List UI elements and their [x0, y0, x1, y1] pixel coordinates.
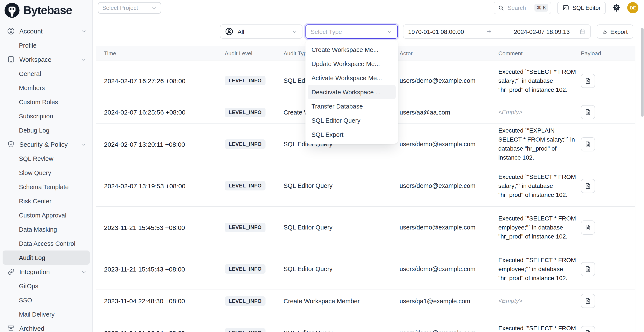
cell-audit-type: SQL Editor Query — [284, 266, 400, 272]
sidebar-item-profile[interactable]: Profile — [0, 38, 92, 52]
menu-item-deactivate-workspace-member[interactable]: Deactivate Workspace ... — [308, 85, 396, 99]
project-select-placeholder: Select Project — [102, 5, 151, 11]
audit-level-badge: LEVEL_INFO — [225, 223, 266, 232]
file-search-icon — [584, 297, 592, 305]
vertical-scrollbar — [641, 0, 644, 332]
search-placeholder: Search — [508, 4, 532, 11]
cell-time: 2024-02-07 13:20:11 +08:00 — [96, 141, 225, 148]
sidebar-item-schema-template[interactable]: Schema Template — [0, 180, 92, 194]
payload-view-button[interactable] — [581, 262, 595, 276]
payload-view-button[interactable] — [581, 220, 595, 234]
search-input[interactable]: Search ⌘ K — [494, 1, 552, 14]
sidebar-item-custom-roles[interactable]: Custom Roles — [0, 95, 92, 109]
sidebar-item-data-access-control[interactable]: Data Access Control — [0, 236, 92, 251]
menu-item-sql-editor-query[interactable]: SQL Editor Query — [306, 113, 398, 127]
avatar[interactable]: DE — [627, 2, 638, 13]
avatar-initials: DE — [630, 5, 636, 10]
sidebar-item-gitops[interactable]: GitOps — [0, 279, 92, 293]
sidebar-item-members[interactable]: Members — [0, 81, 92, 95]
audit-level-badge: LEVEL_INFO — [225, 264, 266, 274]
arrow-right-icon — [486, 28, 492, 35]
menu-item-update-workspace-member[interactable]: Update Workspace Me... — [306, 57, 398, 71]
export-button[interactable]: Export — [597, 24, 633, 39]
file-search-icon — [584, 329, 592, 332]
sidebar-item-general[interactable]: General — [0, 66, 92, 81]
bytebase-logo[interactable]: Bytebase — [4, 2, 72, 18]
table-row: 2023-11-21 15:45:53 +08:00 LEVEL_INFO SQ… — [96, 207, 635, 248]
sidebar-item-custom-approval[interactable]: Custom Approval — [0, 208, 92, 222]
audit-level-badge: LEVEL_INFO — [225, 76, 266, 85]
terminal-icon — [562, 4, 570, 11]
payload-view-button[interactable] — [581, 105, 595, 119]
brand-name: Bytebase — [23, 4, 72, 17]
cell-actor: users/demo@example.com — [400, 77, 498, 84]
col-header-time: Time — [96, 50, 225, 56]
archive-icon — [7, 324, 15, 332]
sidebar-group-integration[interactable]: Integration — [0, 265, 92, 279]
sidebar-nav: Account Profile Workspace General Member… — [0, 24, 92, 332]
sidebar-item-slow-query[interactable]: Slow Query — [0, 166, 92, 180]
col-header-actor: Actor — [400, 50, 498, 56]
sidebar-item-risk-center[interactable]: Risk Center — [0, 194, 92, 208]
cell-comment: Executed `"SELECT * FROM employee;"` in … — [498, 255, 581, 283]
settings-gear-icon[interactable] — [612, 3, 621, 12]
file-search-icon — [584, 224, 592, 231]
link-icon — [7, 268, 15, 276]
table-row: 2023-11-04 21:26:24 +08:00 LEVEL_INFO SQ… — [96, 312, 635, 332]
menu-item-transfer-database[interactable]: Transfer Database — [306, 99, 398, 113]
cell-comment: Executed `"SELECT * FROM salary;"` in da… — [498, 67, 581, 94]
user-circle-icon — [225, 27, 234, 36]
file-search-icon — [584, 182, 592, 189]
payload-view-button[interactable] — [581, 294, 595, 308]
chevron-down-icon — [151, 5, 157, 11]
sidebar-item-audit-log[interactable]: Audit Log — [2, 251, 90, 265]
sidebar-item-subscription[interactable]: Subscription — [0, 109, 92, 123]
cell-time: 2024-02-07 16:27:26 +08:00 — [96, 77, 225, 84]
payload-view-button[interactable] — [581, 137, 595, 151]
sidebar-item-sql-review[interactable]: SQL Review — [0, 152, 92, 166]
audit-level-badge: LEVEL_INFO — [225, 107, 266, 117]
cell-audit-type: Create Workspace Member — [284, 298, 400, 304]
col-header-comment: Comment — [498, 50, 581, 56]
sql-editor-button[interactable]: SQL Editor — [558, 1, 606, 14]
actor-filter-value: All — [238, 28, 288, 35]
type-filter-select[interactable]: Select Type — [306, 24, 398, 39]
payload-view-button[interactable] — [581, 326, 595, 332]
cell-comment: Executed `"EXPLAIN SELECT * FROM salary;… — [498, 126, 581, 162]
table-row: 2023-11-04 22:48:30 +08:00 LEVEL_INFO Cr… — [96, 290, 635, 312]
search-shortcut-badge: ⌘ K — [534, 4, 548, 11]
menu-item-activate-workspace-member[interactable]: Activate Workspace Me... — [306, 71, 398, 85]
bytebase-app: Bytebase Account Profile Workspace — [0, 0, 644, 332]
sidebar: Bytebase Account Profile Workspace — [0, 0, 93, 332]
audit-level-badge: LEVEL_INFO — [225, 328, 266, 332]
date-range-picker[interactable]: 1970-01-01 08:00:00 2024-02-07 18:09:13 — [403, 24, 591, 39]
sidebar-group-security-policy[interactable]: Security & Policy — [0, 137, 92, 152]
sidebar-item-debug-log[interactable]: Debug Log — [0, 123, 92, 137]
payload-view-button[interactable] — [581, 74, 595, 88]
sidebar-item-sso[interactable]: SSO — [0, 293, 92, 307]
search-icon — [498, 4, 504, 11]
cell-comment: Executed `"SELECT * FROM department;"` i… — [498, 324, 581, 332]
sidebar-group-account[interactable]: Account — [0, 24, 92, 38]
group-label: Workspace — [19, 56, 76, 63]
scrollbar-thumb[interactable] — [641, 28, 644, 117]
cell-time: 2024-02-07 16:25:56 +08:00 — [96, 109, 225, 116]
sidebar-item-archived[interactable]: Archived — [0, 321, 92, 332]
group-label: Archived — [19, 325, 87, 332]
audit-level-badge: LEVEL_INFO — [225, 296, 266, 306]
building-icon — [7, 55, 15, 63]
menu-item-sql-export[interactable]: SQL Export — [306, 127, 398, 142]
file-search-icon — [584, 265, 592, 273]
sidebar-item-mail-delivery[interactable]: Mail Delivery — [0, 307, 92, 321]
shield-check-icon — [7, 140, 15, 149]
project-select[interactable]: Select Project — [98, 2, 161, 14]
menu-item-create-workspace-member[interactable]: Create Workspace Me... — [306, 42, 398, 57]
actor-filter-select[interactable]: All — [220, 24, 302, 39]
calendar-icon — [579, 28, 586, 35]
sql-editor-label: SQL Editor — [572, 4, 600, 11]
user-circle-icon — [7, 27, 15, 35]
sidebar-group-workspace[interactable]: Workspace — [0, 52, 92, 66]
cell-time: 2023-11-04 21:26:24 +08:00 — [96, 329, 225, 332]
payload-view-button[interactable] — [581, 179, 595, 193]
sidebar-item-data-masking[interactable]: Data Masking — [0, 222, 92, 236]
